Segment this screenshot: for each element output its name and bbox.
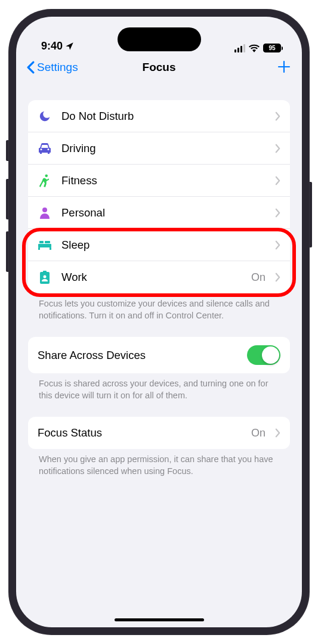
svg-rect-2 (38, 244, 51, 247)
focus-status-value: On (251, 427, 265, 439)
focus-status-row[interactable]: Focus Status On (28, 417, 290, 449)
bed-icon (38, 238, 52, 252)
back-label: Settings (37, 61, 78, 74)
share-card: Share Across Devices (28, 337, 290, 373)
phone-frame: 9:40 95 Settings Focus (8, 9, 310, 635)
focus-mode-work[interactable]: Work On (28, 261, 290, 293)
focus-modes-list: Do Not Disturb Driving Fitness (28, 100, 290, 293)
focus-mode-fitness[interactable]: Fitness (28, 165, 290, 197)
location-icon (65, 42, 74, 51)
chevron-right-icon (275, 112, 280, 121)
chevron-right-icon (275, 176, 280, 185)
focus-mode-driving[interactable]: Driving (28, 132, 290, 165)
phone-side-button-right (310, 182, 312, 247)
share-footer: Focus is shared across your devices, and… (28, 373, 290, 417)
cellular-signal-icon (234, 44, 246, 52)
svg-rect-3 (38, 247, 40, 250)
battery-icon: 95 (263, 44, 283, 52)
share-toggle[interactable] (247, 345, 280, 365)
moon-icon (38, 109, 52, 123)
focus-status-card: Focus Status On (28, 417, 290, 449)
svg-rect-8 (43, 271, 47, 273)
chevron-right-icon (275, 240, 280, 250)
svg-point-0 (45, 174, 48, 177)
phone-side-buttons-left (6, 140, 8, 290)
dynamic-island (118, 27, 201, 51)
person-icon (38, 206, 52, 220)
focus-status-footer: When you give an app permission, it can … (28, 449, 290, 493)
wifi-icon (249, 44, 260, 52)
back-button[interactable]: Settings (27, 61, 78, 74)
add-button[interactable] (277, 58, 291, 77)
svg-rect-4 (50, 247, 51, 250)
fitness-icon (38, 174, 52, 188)
navigation-bar: Settings Focus (16, 52, 302, 82)
chevron-right-icon (275, 273, 280, 282)
share-across-devices-row[interactable]: Share Across Devices (28, 337, 290, 373)
focus-mode-sleep[interactable]: Sleep (28, 229, 290, 261)
svg-point-1 (42, 208, 47, 212)
svg-rect-5 (39, 241, 44, 243)
screen: 9:40 95 Settings Focus (16, 17, 302, 627)
chevron-right-icon (275, 208, 280, 218)
focus-mode-do-not-disturb[interactable]: Do Not Disturb (28, 100, 290, 132)
status-time: 9:40 (41, 40, 63, 52)
battery-level: 95 (268, 45, 275, 51)
chevron-right-icon (275, 144, 280, 153)
plus-icon (277, 60, 291, 74)
focus-mode-personal[interactable]: Personal (28, 197, 290, 229)
badge-icon (38, 270, 52, 284)
chevron-right-icon (275, 428, 280, 438)
home-indicator[interactable] (115, 618, 204, 621)
focus-mode-status: On (251, 271, 265, 284)
page-title: Focus (143, 61, 176, 74)
car-icon (38, 141, 52, 156)
svg-point-9 (44, 275, 47, 278)
chevron-left-icon (27, 61, 35, 74)
svg-rect-6 (45, 241, 50, 243)
focus-modes-footer: Focus lets you customize your devices an… (28, 293, 290, 337)
